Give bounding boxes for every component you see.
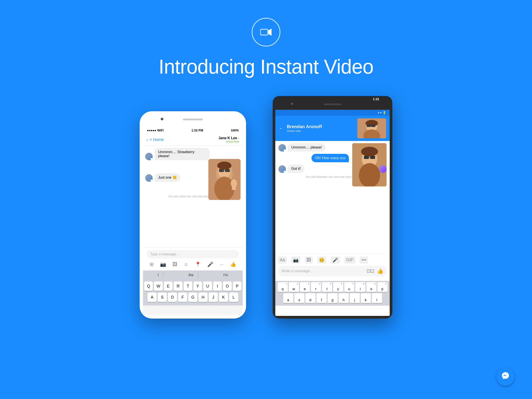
image-icon[interactable]: 🖼 — [172, 262, 177, 267]
android-key-l[interactable]: l — [372, 293, 382, 303]
key-h[interactable]: H — [199, 293, 208, 302]
key-p[interactable]: P — [233, 282, 241, 291]
message-bubble-received: Ummmm.... Strawberry please! — [154, 148, 210, 160]
key-d[interactable]: D — [168, 293, 177, 302]
iphone-toolbar: ⊞ 📷 🖼 ☺ 📍 🎤 ··· 👍 — [146, 261, 239, 268]
mic-icon[interactable]: 🎤 — [207, 262, 213, 267]
android-nav-video-thumb[interactable] — [357, 118, 386, 138]
autocomplete-item-2[interactable]: the — [184, 272, 198, 278]
android-key-p[interactable]: 0p — [378, 282, 387, 292]
key-g[interactable]: G — [188, 293, 197, 302]
message-row: Ummmm.... Strawberry please! — [145, 148, 241, 160]
android-key-row-2: a s d f g h j k l — [276, 293, 389, 303]
iphone-message-input[interactable]: Type a message... — [146, 250, 239, 259]
iphone-device: ●●●●● WiFi 1:32 PM 100% ‹ < Home Jane K … — [140, 111, 246, 318]
autocomplete-item-1[interactable]: I — [153, 272, 163, 278]
camera-icon[interactable]: 📷 — [160, 262, 166, 267]
iphone-home-link[interactable]: < Home — [150, 137, 164, 142]
iphone-input-area: Type a message... ⊞ 📷 🖼 ☺ 📍 🎤 ··· 👍 — [143, 248, 243, 270]
iphone-back-button[interactable]: ‹ — [146, 137, 148, 142]
android-key-w[interactable]: 2w — [289, 282, 299, 292]
android-chat-area: Ummmm.... please! OK! How many sco Got i… — [275, 141, 390, 254]
android-status-bar: 1:32 ▾ ▾ 🔋 — [275, 110, 390, 116]
android-key-g[interactable]: g — [328, 293, 338, 303]
android-key-u[interactable]: 7u — [344, 282, 354, 292]
emoji-icon[interactable]: ☺ — [184, 262, 188, 267]
android-message-input[interactable]: Write a message... — [282, 269, 367, 273]
key-f[interactable]: F — [178, 293, 187, 302]
autocomplete-item-3[interactable]: I'm — [219, 272, 232, 278]
android-bubble-received-1: Ummmm.... please! — [288, 143, 326, 152]
iphone-contact-status: Active Now — [218, 140, 239, 143]
key-y[interactable]: Y — [194, 282, 202, 291]
android-write-row: Write a message... ⚀⚀ 👍 — [278, 266, 387, 276]
key-t[interactable]: T — [184, 282, 192, 291]
video-camera-icon — [260, 26, 272, 38]
like-icon[interactable]: 👍 — [230, 262, 236, 267]
android-image-btn[interactable]: 🖼 — [305, 256, 313, 264]
iphone-video-content — [208, 159, 241, 200]
android-like-btn[interactable]: 👍 — [377, 268, 383, 274]
iphone-video-preview[interactable] — [208, 159, 241, 200]
android-key-o[interactable]: 9o — [367, 282, 376, 292]
android-key-r[interactable]: 4r — [311, 282, 321, 292]
iphone-nav-bar: ‹ < Home Jane K Lee › Active Now — [143, 134, 243, 146]
iphone-keyboard: Q W E R T Y U I O P A S D F G H — [143, 280, 243, 305]
key-o[interactable]: O — [223, 282, 231, 291]
android-key-t[interactable]: 5t — [322, 282, 332, 292]
android-camera-btn[interactable]: 📷 — [291, 256, 300, 264]
key-a[interactable]: A — [148, 293, 157, 302]
android-key-f[interactable]: f — [317, 293, 327, 303]
android-key-i[interactable]: 8i — [355, 282, 365, 292]
key-w[interactable]: W — [154, 282, 163, 291]
location-icon[interactable]: 📍 — [195, 262, 201, 267]
android-nav-bar: ← Brendan Aronoff Active now — [275, 116, 390, 141]
iphone-top — [143, 115, 243, 127]
android-key-k[interactable]: k — [361, 293, 371, 303]
key-q[interactable]: Q — [144, 282, 153, 291]
android-avatar-2 — [279, 165, 286, 173]
more-icon[interactable]: ··· — [220, 262, 224, 267]
android-emoji-btn[interactable]: 😊 — [317, 256, 326, 264]
android-key-a[interactable]: a — [283, 293, 293, 303]
android-video-content — [352, 143, 386, 186]
android-key-q[interactable]: 1q — [278, 282, 288, 292]
android-key-h[interactable]: h — [339, 293, 349, 303]
key-e[interactable]: E — [164, 282, 172, 291]
iphone-camera — [161, 118, 163, 120]
android-key-d[interactable]: d — [305, 293, 316, 303]
android-avatar-1 — [279, 144, 286, 152]
android-video-preview[interactable] — [352, 143, 386, 186]
key-s[interactable]: S — [158, 293, 167, 302]
android-top — [275, 99, 390, 110]
android-sticker-icon[interactable]: ⚀⚀ — [367, 268, 374, 274]
svg-marker-1 — [268, 29, 272, 36]
android-key-j[interactable]: j — [350, 293, 360, 303]
messenger-fab[interactable] — [497, 368, 514, 386]
iphone-battery: 100% — [231, 129, 239, 132]
key-i[interactable]: I — [213, 282, 222, 291]
android-mic-btn[interactable]: 🎤 — [331, 256, 340, 264]
apps-icon[interactable]: ⊞ — [150, 262, 154, 267]
key-l[interactable]: L — [229, 293, 238, 302]
key-j[interactable]: J — [209, 293, 218, 302]
android-key-s[interactable]: s — [294, 293, 304, 303]
android-more-btn[interactable]: ••• — [360, 256, 368, 264]
svg-rect-16 — [371, 125, 375, 127]
iphone-contact-info: Jane K Lee › Active Now — [218, 136, 239, 143]
svg-rect-23 — [370, 156, 375, 159]
android-keyboard: 1q 2w 3e 4r 5t 6y 7u 8i 9o 0p a s d f g — [275, 281, 390, 306]
key-r[interactable]: R — [174, 282, 182, 291]
phones-container: ●●●●● WiFi 1:32 PM 100% ‹ < Home Jane K … — [0, 96, 532, 318]
android-back-button[interactable]: ← — [279, 126, 284, 131]
android-gif-btn[interactable]: GIF — [344, 256, 355, 264]
key-k[interactable]: K — [219, 293, 228, 302]
android-key-y[interactable]: 6y — [333, 282, 343, 292]
video-icon-circle — [252, 18, 280, 47]
messenger-badge-2 — [150, 179, 153, 182]
key-u[interactable]: U — [203, 282, 212, 291]
android-screen: 1:32 ▾ ▾ 🔋 ← Brendan Aronoff Active now — [275, 110, 390, 316]
android-key-e[interactable]: 3e — [300, 282, 310, 292]
android-aa-btn[interactable]: Aa — [278, 256, 287, 264]
svg-rect-0 — [260, 29, 268, 35]
